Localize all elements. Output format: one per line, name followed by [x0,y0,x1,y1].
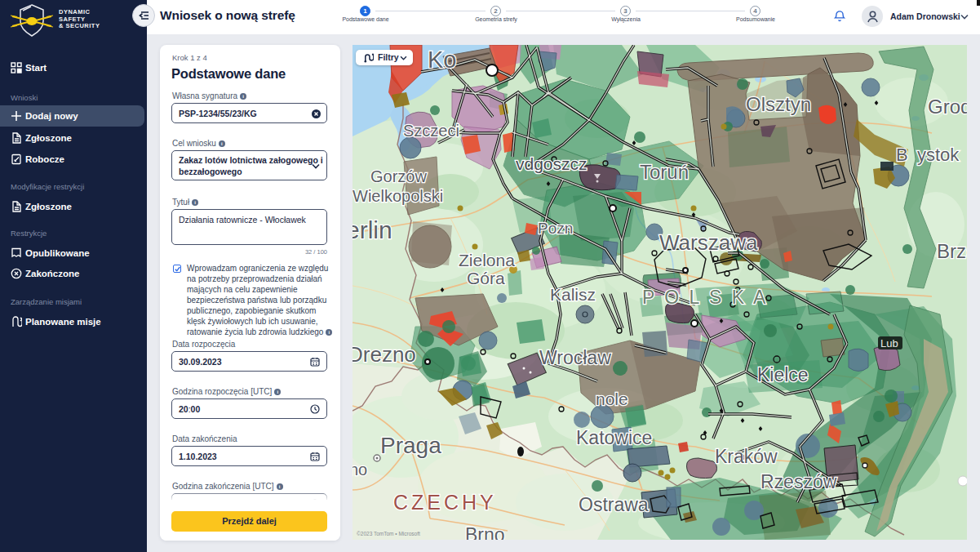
svg-text:nole: nole [596,390,628,408]
svg-text:Zielona: Zielona [459,251,515,269]
svg-text:Kielce: Kielce [757,364,809,385]
svg-text:Kraków: Kraków [715,446,778,467]
svg-text:Grod: Grod [928,96,967,118]
svg-text:Szczeci: Szczeci [403,122,459,140]
svg-text:ystok: ystok [917,145,960,165]
svg-text:Drezno: Drezno [353,342,416,367]
svg-text:Brno: Brno [465,524,505,540]
svg-text:Olsztyn: Olsztyn [746,93,811,115]
svg-text:no: no [353,461,367,479]
svg-text:Ostrawa: Ostrawa [579,494,649,515]
svg-text:Toruń: Toruń [640,161,689,183]
svg-text:Góra: Góra [467,269,505,287]
svg-text:B: B [896,145,908,165]
svg-text:Rzeszów: Rzeszów [760,471,837,492]
svg-text:Gorzów: Gorzów [370,167,427,185]
svg-text:Warszawa: Warszawa [659,230,758,255]
svg-text:Ko: Ko [428,47,456,73]
svg-text:Pozn: Pozn [538,220,573,237]
svg-text:vdgoszcz: vdgoszcz [516,154,588,173]
svg-text:P O L S K A: P O L S K A [642,287,768,308]
svg-text:Brze: Brze [937,240,967,262]
svg-text:Kalisz: Kalisz [550,285,596,304]
svg-text:Wrocław: Wrocław [539,347,611,368]
svg-text:CZECHY: CZECHY [393,491,497,514]
svg-text:Praga: Praga [380,433,441,458]
svg-text:Wielkopolski: Wielkopolski [353,187,443,205]
svg-text:erlin: erlin [353,216,392,243]
svg-text:Lub: Lub [880,337,898,349]
svg-text:Katowice: Katowice [576,427,652,448]
